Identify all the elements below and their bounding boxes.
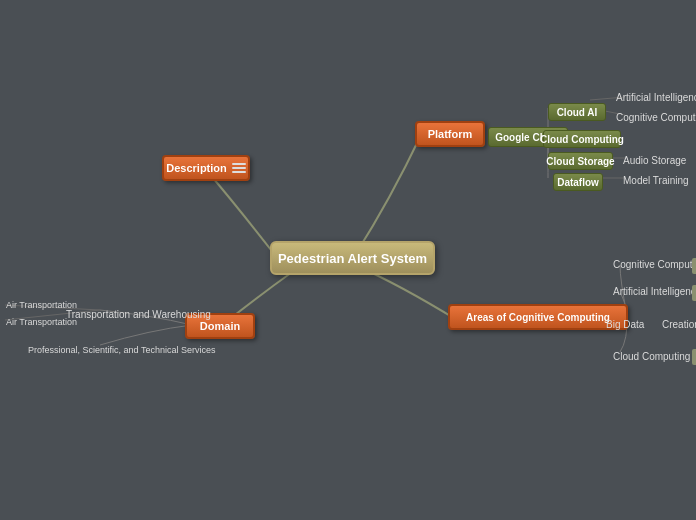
model-training-node: Model Training [617, 173, 695, 188]
cognitive-computing-node: Cognitive Computing [610, 110, 696, 125]
air-transportation-1-node: Air Transportation [0, 298, 83, 312]
artificial-intelligence-node: Artificial Intelligence [610, 90, 696, 105]
platform-node[interactable]: Platform [415, 121, 485, 147]
description-icon [232, 163, 246, 173]
cognitive-indicator-1 [692, 258, 696, 274]
cloud-storage-node: Cloud Storage [548, 152, 613, 170]
big-data-node: Big Data [600, 317, 650, 332]
dataflow-node: Dataflow [553, 173, 603, 191]
description-node[interactable]: Description [162, 155, 250, 181]
center-node: Pedestrian Alert System [270, 241, 435, 275]
cognitive-indicator-2 [692, 285, 696, 301]
cloud-computing-2-node: Cloud Computing [607, 349, 696, 364]
creation-node: Creation [656, 317, 696, 332]
cloud-ai-node: Cloud AI [548, 103, 606, 121]
professional-services-node: Professional, Scientific, and Technical … [22, 343, 221, 357]
cognitive-indicator-3 [692, 349, 696, 365]
artificial-intelligence-2-node: Artificial Intelligence [607, 284, 696, 299]
cognitive-computing-2-node: Cognitive Computing [607, 257, 696, 272]
audio-storage-node: Audio Storage [617, 153, 692, 168]
cloud-computing-node: Cloud Computing [543, 130, 621, 148]
air-transportation-2-node: Air Transportation [0, 315, 83, 329]
transportation-warehousing-node: Transportation and Warehousing [60, 307, 217, 322]
